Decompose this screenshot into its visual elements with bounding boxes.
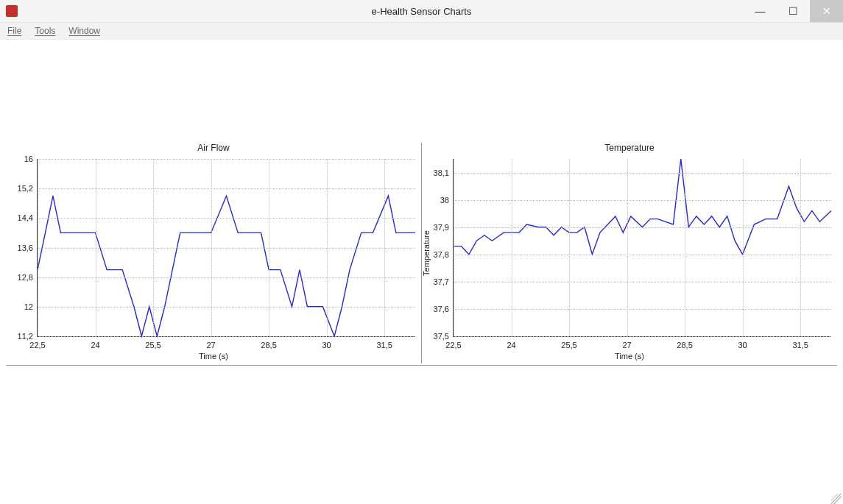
maximize-icon: ☐ [789,5,798,17]
xtick-label: 22,5 [29,341,45,349]
menu-file[interactable]: File [7,26,21,36]
resize-grip-icon[interactable] [831,494,842,504]
content-area: Air Flow 22,52425,52728,53031,511,21212,… [0,40,843,504]
window-controls: — ☐ ✕ [744,0,843,22]
close-button[interactable]: ✕ [810,0,843,22]
ytick-label: 37,8 [434,250,449,259]
charts-row: Air Flow 22,52425,52728,53031,511,21212,… [6,143,837,363]
xtick-label: 31,5 [376,341,392,349]
gridline-h [454,200,831,201]
xtick-label: 28,5 [261,341,276,349]
xtick-label: 30 [738,341,747,349]
gridline-h [454,282,831,283]
plot-airflow: 22,52425,52728,53031,511,21212,813,614,4… [37,159,415,337]
plot-temperature: 22,52425,52728,53031,537,537,637,737,837… [453,159,831,337]
ytick-label: 37,7 [434,277,449,286]
gridline-h [38,218,415,219]
titlebar: e-Health Sensor Charts — ☐ ✕ [0,0,843,23]
gridline-h [38,188,415,189]
maximize-button[interactable]: ☐ [777,0,810,22]
xtick-label: 24 [507,341,515,349]
minimize-button[interactable]: — [744,0,777,22]
xtick-label: 25,5 [561,341,576,349]
ytick-label: 11,2 [18,332,33,341]
minimize-icon: — [755,5,766,17]
chart-title-airflow: Air Flow [6,143,421,153]
ytick-label: 14,4 [18,213,33,222]
close-icon: ✕ [822,5,831,17]
xlabel-airflow: Time (s) [6,352,421,361]
menu-tools[interactable]: Tools [35,26,55,36]
xtick-label: 27 [206,341,215,349]
ytick-label: 38 [440,196,449,205]
gridline-h [38,307,415,308]
xtick-label: 30 [322,341,331,349]
xtick-label: 31,5 [792,341,808,349]
chart-title-temperature: Temperature [422,143,837,153]
gridline-h [454,309,831,310]
chart-airflow: Air Flow 22,52425,52728,53031,511,21212,… [6,143,422,363]
xtick-label: 28,5 [677,341,692,349]
ytick-label: 37,6 [434,305,449,313]
ytick-label: 13,6 [18,244,33,252]
gridline-h [454,255,831,255]
ytick-label: 15,2 [18,184,33,193]
ytick-label: 12,8 [18,273,33,282]
ylabel-temperature: Temperature [422,230,431,276]
chart-temperature: Temperature Temperature 22,52425,52728,5… [422,143,837,363]
gridline-h [454,227,831,228]
gridline-h [38,336,415,337]
ytick-label: 16 [24,155,33,163]
window-title: e-Health Sensor Charts [0,6,843,17]
menu-window[interactable]: Window [68,26,100,36]
gridline-h [38,159,415,160]
xtick-label: 22,5 [445,341,461,349]
gridline-h [38,277,415,278]
ytick-label: 38,1 [434,168,449,177]
gridline-h [454,173,831,174]
gridline-h [38,248,415,249]
xtick-label: 27 [622,341,631,349]
divider [6,365,837,366]
ytick-label: 12 [24,302,33,311]
menubar: File Tools Window [0,23,843,40]
xtick-label: 25,5 [145,341,161,349]
gridline-h [454,336,831,337]
xtick-label: 24 [91,341,99,349]
xlabel-temperature: Time (s) [422,352,837,361]
app-icon [6,5,18,17]
ytick-label: 37,5 [434,332,449,341]
ytick-label: 37,9 [434,223,449,232]
